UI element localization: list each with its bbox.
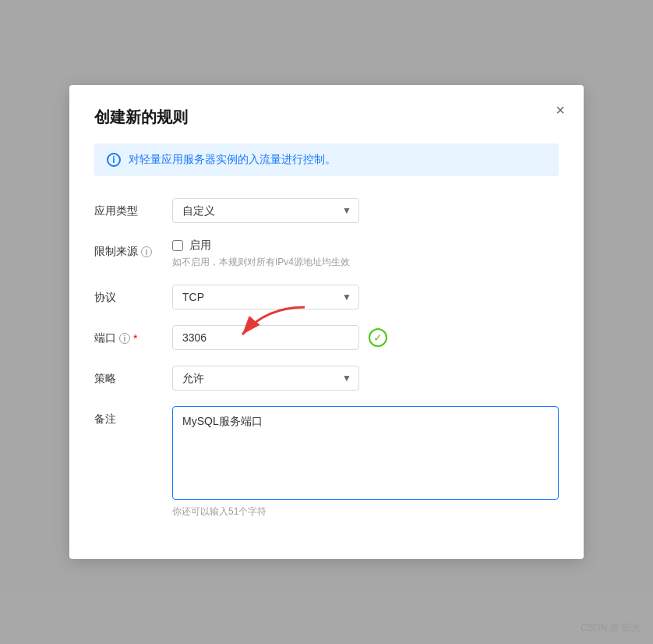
app-type-select[interactable]: 自定义 HTTP HTTPS SSH MySQL bbox=[172, 198, 359, 223]
policy-row: 策略 允许 拒绝 ▼ bbox=[94, 366, 559, 391]
modal-title: 创建新的规则 bbox=[94, 107, 559, 128]
modal-dialog: 创建新的规则 × i 对轻量应用服务器实例的入流量进行控制。 应用类型 自定义 … bbox=[69, 85, 584, 559]
info-banner-text: 对轻量应用服务器实例的入流量进行控制。 bbox=[129, 153, 336, 167]
remark-textarea[interactable]: MySQL服务端口 bbox=[172, 406, 559, 500]
restrict-source-info-icon[interactable]: i bbox=[141, 246, 152, 257]
restrict-source-checkbox-row: 启用 bbox=[172, 239, 559, 253]
policy-label: 策略 bbox=[94, 366, 172, 386]
app-type-label: 应用类型 bbox=[94, 198, 172, 218]
restrict-source-hint: 如不启用，本规则对所有IPv4源地址均生效 bbox=[172, 256, 559, 269]
restrict-source-label: 限制来源 i bbox=[94, 239, 172, 259]
app-type-row: 应用类型 自定义 HTTP HTTPS SSH MySQL ▼ bbox=[94, 198, 559, 223]
protocol-label: 协议 bbox=[94, 285, 172, 305]
close-button[interactable]: × bbox=[556, 102, 565, 118]
port-row: 端口 i * ✓ bbox=[94, 325, 559, 350]
modal-overlay: 创建新的规则 × i 对轻量应用服务器实例的入流量进行控制。 应用类型 自定义 … bbox=[0, 0, 653, 644]
restrict-source-row: 限制来源 i 启用 如不启用，本规则对所有IPv4源地址均生效 bbox=[94, 239, 559, 269]
protocol-control: TCP UDP ICMP ▼ bbox=[172, 285, 559, 310]
restrict-source-checkbox[interactable] bbox=[172, 240, 183, 251]
protocol-row: 协议 TCP UDP ICMP ▼ bbox=[94, 285, 559, 310]
policy-select-wrap: 允许 拒绝 ▼ bbox=[172, 366, 359, 391]
remark-row: 备注 MySQL服务端口 你还可以输入51个字符 bbox=[94, 406, 559, 518]
watermark: CSDN @ 阳光 bbox=[581, 621, 641, 635]
port-input[interactable] bbox=[172, 325, 359, 350]
port-info-icon[interactable]: i bbox=[119, 333, 130, 344]
protocol-select-wrap: TCP UDP ICMP ▼ bbox=[172, 285, 359, 310]
port-valid-icon: ✓ bbox=[369, 328, 387, 347]
remark-control: MySQL服务端口 你还可以输入51个字符 bbox=[172, 406, 559, 518]
port-label: 端口 i * bbox=[94, 325, 172, 345]
policy-select[interactable]: 允许 拒绝 bbox=[172, 366, 359, 391]
restrict-source-control: 启用 如不启用，本规则对所有IPv4源地址均生效 bbox=[172, 239, 559, 269]
char-hint: 你还可以输入51个字符 bbox=[172, 505, 559, 518]
policy-control: 允许 拒绝 ▼ bbox=[172, 366, 559, 391]
port-control: ✓ bbox=[172, 325, 559, 350]
port-input-wrap: ✓ bbox=[172, 325, 559, 350]
info-icon: i bbox=[107, 153, 121, 167]
app-type-control: 自定义 HTTP HTTPS SSH MySQL ▼ bbox=[172, 198, 559, 223]
port-required-star: * bbox=[133, 332, 137, 345]
protocol-select[interactable]: TCP UDP ICMP bbox=[172, 285, 359, 310]
restrict-source-checkbox-label: 启用 bbox=[189, 239, 211, 253]
info-banner: i 对轻量应用服务器实例的入流量进行控制。 bbox=[94, 143, 559, 176]
app-type-select-wrap: 自定义 HTTP HTTPS SSH MySQL ▼ bbox=[172, 198, 359, 223]
remark-label: 备注 bbox=[94, 406, 172, 426]
